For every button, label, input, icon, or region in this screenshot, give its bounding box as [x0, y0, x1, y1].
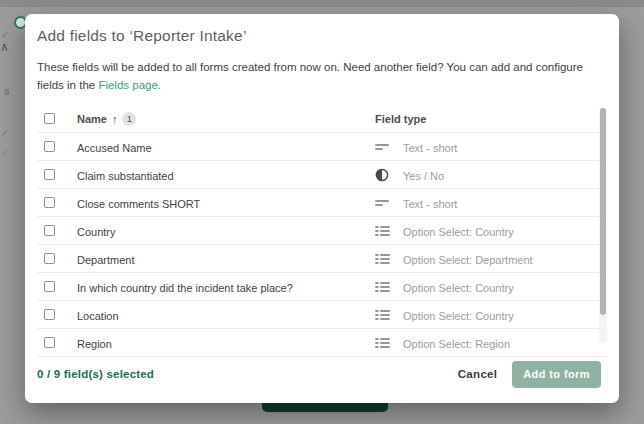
field-name: In which country did the incident take p…: [77, 282, 293, 294]
modal-description: These fields will be added to all forms …: [37, 58, 603, 94]
field-type-icon-cell: [375, 197, 403, 209]
row-checkbox-cell: [37, 281, 77, 292]
select-all-cell: [37, 113, 77, 124]
row-checkbox[interactable]: [44, 225, 55, 236]
sort-priority-badge: 1: [122, 112, 136, 126]
table-row[interactable]: Claim substantiated Yes / No: [37, 161, 608, 189]
short-text-icon: [375, 197, 389, 209]
add-to-form-button[interactable]: Add to form: [512, 361, 601, 388]
field-type-cell: Option Select: Department: [403, 250, 608, 268]
field-type-cell: Option Select: Country: [403, 278, 608, 296]
option-list-icon: [375, 337, 390, 349]
yes-no-icon: [375, 168, 389, 182]
field-name-cell: Claim substantiated: [77, 166, 375, 184]
modal-title: Add fields to ‘Reporter Intake’: [37, 27, 247, 45]
field-type-icon-cell: [375, 309, 403, 321]
table-body: Accused Name Text - short Cla: [37, 133, 608, 357]
field-name-cell: Location: [77, 306, 375, 324]
field-type-icon-cell: [375, 141, 403, 153]
select-all-checkbox[interactable]: [44, 113, 55, 124]
scrollbar-thumb[interactable]: [600, 108, 606, 315]
field-name: Accused Name: [77, 142, 152, 154]
row-checkbox-cell: [37, 225, 77, 236]
field-type: Yes / No: [403, 170, 444, 182]
row-checkbox[interactable]: [44, 309, 55, 320]
field-name: Close comments SHORT: [77, 198, 200, 210]
row-checkbox-cell: [37, 337, 77, 348]
cancel-button[interactable]: Cancel: [458, 368, 498, 380]
field-type: Text - short: [403, 142, 457, 154]
field-type-icon-cell: [375, 168, 403, 182]
row-checkbox[interactable]: [44, 253, 55, 264]
background-page-fragment: ✓: [1, 30, 9, 40]
field-type: Option Select: Country: [403, 226, 514, 238]
name-column-header[interactable]: Name ↑ 1: [77, 112, 375, 126]
selected-count-text: 0 / 9 field(s) selected: [37, 368, 154, 380]
field-type-icon-cell: [375, 281, 403, 293]
field-type-cell: Option Select: Region: [403, 334, 608, 352]
fields-table: Name ↑ 1 Field type Accused Name: [37, 105, 608, 357]
fields-page-link[interactable]: Fields page.: [98, 79, 161, 91]
option-list-icon: [375, 225, 390, 237]
background-page-fragment: ✓: [1, 148, 9, 158]
field-name-cell: Department: [77, 250, 375, 268]
field-type: Option Select: Department: [403, 254, 533, 266]
field-type-icon-cell: [375, 337, 403, 349]
field-name: Region: [77, 338, 112, 350]
footer-actions: Cancel Add to form: [458, 361, 601, 388]
modal-footer: 0 / 9 field(s) selected Cancel Add to fo…: [37, 360, 601, 388]
field-type: Text - short: [403, 198, 457, 210]
option-list-icon: [375, 253, 390, 265]
field-type-cell: Text - short: [403, 194, 608, 212]
field-name-cell: Country: [77, 222, 375, 240]
sort-ascending-icon[interactable]: ↑: [112, 113, 118, 125]
row-checkbox[interactable]: [44, 169, 55, 180]
row-checkbox-cell: [37, 253, 77, 264]
table-row[interactable]: Close comments SHORT Text - short: [37, 189, 608, 217]
row-checkbox-cell: [37, 141, 77, 152]
row-checkbox[interactable]: [44, 141, 55, 152]
field-type-cell: Text - short: [403, 138, 608, 156]
row-checkbox-cell: [37, 309, 77, 320]
field-type-icon-cell: [375, 253, 403, 265]
field-type-cell: Option Select: Country: [403, 222, 608, 240]
table-scrollbar[interactable]: [599, 107, 607, 343]
field-name: Location: [77, 310, 119, 322]
background-page-button: [262, 403, 388, 412]
background-page-fragment: s: [4, 86, 10, 96]
row-checkbox[interactable]: [44, 337, 55, 348]
row-checkbox-cell: [37, 169, 77, 180]
background-page-fragment: ✓: [1, 128, 9, 138]
row-checkbox-cell: [37, 197, 77, 208]
table-row[interactable]: Country Option Select: Country: [37, 217, 608, 245]
table-row[interactable]: Region Option Select: Region: [37, 329, 608, 357]
table-row[interactable]: Department Option Select: Department: [37, 245, 608, 273]
field-name: Country: [77, 226, 116, 238]
short-text-icon: [375, 141, 389, 153]
field-name-cell: Close comments SHORT: [77, 194, 375, 212]
background-top-strip: [0, 0, 644, 7]
table-row[interactable]: In which country did the incident take p…: [37, 273, 608, 301]
field-type: Option Select: Country: [403, 310, 514, 322]
option-list-icon: [375, 309, 390, 321]
field-type-cell: Option Select: Country: [403, 306, 608, 324]
field-type: Option Select: Country: [403, 282, 514, 294]
field-type-cell: Yes / No: [403, 166, 608, 184]
row-checkbox[interactable]: [44, 197, 55, 208]
field-type-icon-cell: [375, 225, 403, 237]
field-name-cell: Accused Name: [77, 138, 375, 156]
field-type: Option Select: Region: [403, 338, 510, 350]
field-name-cell: In which country did the incident take p…: [77, 278, 375, 296]
field-type-column-header: Field type: [375, 113, 608, 125]
background-page-fragment: ∧: [0, 42, 9, 52]
table-row[interactable]: Accused Name Text - short: [37, 133, 608, 161]
table-header-row: Name ↑ 1 Field type: [37, 105, 608, 133]
field-name: Department: [77, 254, 134, 266]
option-list-icon: [375, 281, 390, 293]
add-fields-modal: Add fields to ‘Reporter Intake’ These fi…: [25, 14, 619, 403]
field-name: Claim substantiated: [77, 170, 174, 182]
row-checkbox[interactable]: [44, 281, 55, 292]
field-name-cell: Region: [77, 334, 375, 352]
table-row[interactable]: Location Option Select: Country: [37, 301, 608, 329]
name-header-label: Name: [77, 113, 107, 125]
